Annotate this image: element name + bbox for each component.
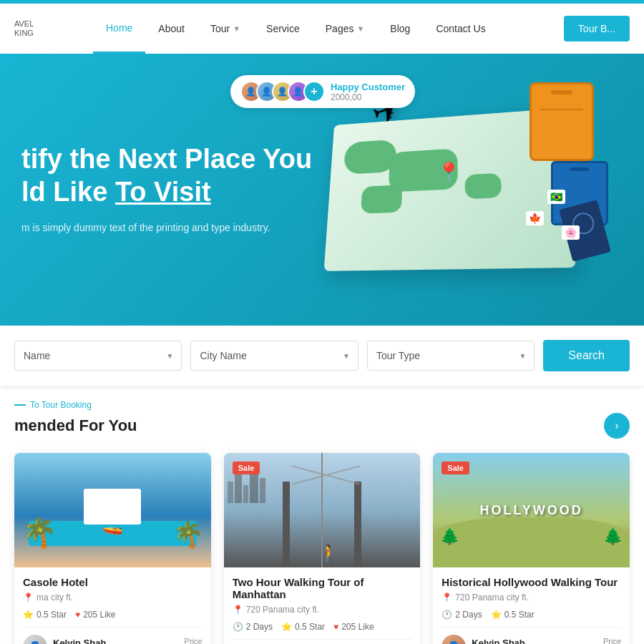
nav-item-contact[interactable]: Contact Us xyxy=(423,4,498,54)
hero-content: tify the Next Place You ld Like To Visit… xyxy=(21,143,322,236)
logo-line1: AVEL xyxy=(14,19,72,29)
star-3-icon: ⭐ xyxy=(491,610,502,620)
star-icon: ⭐ xyxy=(23,610,34,620)
heart-icon: ♥ xyxy=(75,610,80,620)
logo: AVEL KING xyxy=(14,19,72,38)
map-land-4 xyxy=(465,173,502,200)
suitcase-blue-handle xyxy=(570,167,589,171)
boat-icon: 🚤 xyxy=(102,515,123,535)
card-2-meta: 🕐 2 Days ⭐ 0.5 Star ♥ 205 Like xyxy=(233,622,412,632)
location-pin-icon: 📍 xyxy=(23,592,34,602)
carousel-next-button[interactable]: › xyxy=(604,413,630,439)
nav-item-home[interactable]: Home xyxy=(93,4,145,54)
hero-illustration: ✈ 📍 🇧🇷 🍁 🌸 xyxy=(301,75,601,304)
nav-item-service[interactable]: Service xyxy=(253,4,313,54)
hero-description: m is simply dummy text of the printing a… xyxy=(21,220,322,235)
map-land-3 xyxy=(361,185,402,213)
heart-2-icon: ♥ xyxy=(333,622,338,632)
tour-type-select[interactable]: Tour Type xyxy=(367,341,535,371)
name-select-wrap: Name xyxy=(14,341,182,371)
card-1-guide: 👤 Kelvin Shah Travel Guidence xyxy=(23,635,110,644)
card-2-title: Two Hour Walking Tour of Manhattan xyxy=(233,576,412,600)
map-pin-icon: 📍 xyxy=(436,161,462,185)
person-silhouette: 🚶 xyxy=(318,544,340,564)
nav-item-tour[interactable]: Tour ▼ xyxy=(197,4,253,54)
building-1 xyxy=(228,482,233,503)
section-title-row: mended For You › xyxy=(14,413,630,439)
suitcase-orange xyxy=(530,82,594,161)
hero-title-line1: tify the Next Place You xyxy=(21,144,312,174)
building-3 xyxy=(243,485,248,503)
guide-3-info: Kelvin Shah Travel Guidence xyxy=(472,638,529,645)
card-3-footer: 👤 Kelvin Shah Travel Guidence Price $ xyxy=(441,627,621,644)
card-1-meta: ⭐ 0.5 Star ♥ 205 Like xyxy=(23,610,203,620)
guide-1-name: Kelvin Shah xyxy=(53,638,110,645)
location-pin-3-icon: 📍 xyxy=(441,592,452,602)
card-3: HOLLYWOOD 🌲 🌲 Sale Historical Hollywood … xyxy=(433,453,630,644)
tour-arrow-icon: ▼ xyxy=(233,24,240,33)
palm-left-icon: 🌴 xyxy=(21,516,57,550)
card-1-title: Casole Hotel xyxy=(23,576,203,588)
card-1-price-label: Price xyxy=(157,637,203,645)
card-3-image: HOLLYWOOD 🌲 🌲 Sale xyxy=(433,453,630,567)
search-section: Name City Name Tour Type Search xyxy=(0,326,644,386)
tour-type-select-wrap: Tour Type xyxy=(367,341,535,371)
building-2 xyxy=(235,471,242,503)
card-2-body: Two Hour Walking Tour of Manhattan 📍 720… xyxy=(224,567,421,644)
flag-sticker-1: 🇧🇷 xyxy=(547,190,565,204)
guide-1-avatar: 👤 xyxy=(23,635,47,644)
card-2-days: 🕐 2 Days xyxy=(233,622,273,632)
building-5 xyxy=(260,478,265,503)
card-1-footer: 👤 Kelvin Shah Travel Guidence Price $150… xyxy=(23,627,203,644)
card-2-rating: ⭐ 0.5 Star xyxy=(281,622,325,632)
card-3-days: 🕐 2 Days xyxy=(441,610,482,620)
card-1-body: Casole Hotel 📍 ma city fl. ⭐ 0.5 Star ♥ … xyxy=(14,567,211,644)
card-1-location: 📍 ma city fl. xyxy=(23,592,203,602)
card-2-sale-badge: Sale xyxy=(233,462,260,474)
happy-customer-title: Happy Customer xyxy=(331,82,405,92)
hollywood-sign-text: HOLLYWOOD xyxy=(480,503,583,518)
resort-scene: 🌴 🌴 🚤 xyxy=(14,453,211,567)
nav-item-about[interactable]: About xyxy=(145,4,197,54)
avatar-plus: + xyxy=(303,81,325,102)
card-1-image: 🌴 🌴 🚤 xyxy=(14,453,211,567)
nav-item-pages[interactable]: Pages ▼ xyxy=(313,4,378,54)
card-3-rating: ⭐ 0.5 Star xyxy=(491,610,535,620)
card-3-guide: 👤 Kelvin Shah Travel Guidence xyxy=(441,635,529,644)
pages-arrow-icon: ▼ xyxy=(356,24,364,33)
main-nav: Home About Tour ▼ Service Pages ▼ Blog C… xyxy=(93,4,564,54)
search-button[interactable]: Search xyxy=(543,340,630,371)
location-pin-2-icon: 📍 xyxy=(233,605,243,615)
guide-3-avatar: 👤 xyxy=(441,635,466,644)
guide-1-info: Kelvin Shah Travel Guidence xyxy=(53,638,110,645)
card-3-title: Historical Hollywood Walking Tour xyxy=(441,576,621,588)
logo-line2: KING xyxy=(14,29,72,38)
hollywood-hill xyxy=(433,517,630,567)
card-2-footer: 👤 Kelvin Shah Travel Guidence Price $150… xyxy=(233,639,412,644)
card-1-rating: ⭐ 0.5 Star xyxy=(23,610,67,620)
city-select[interactable]: City Name xyxy=(190,341,358,371)
tour-booking-button[interactable]: Tour B... xyxy=(564,16,630,42)
tree-1-icon: 🌲 xyxy=(440,527,459,546)
happy-customer-count: 2000,00 xyxy=(331,92,405,102)
card-3-sale-badge: Sale xyxy=(441,462,469,474)
hero-section: tify the Next Place You ld Like To Visit… xyxy=(0,54,644,326)
flag-sticker-3: 🌸 xyxy=(562,225,580,240)
card-2-location: 📍 720 Panama city fl. xyxy=(233,605,412,615)
card-1-price: Price $150.000 xyxy=(157,637,203,645)
card-1: 🌴 🌴 🚤 Casole Hotel 📍 ma city fl. ⭐ 0.5 S… xyxy=(14,453,211,644)
clock-icon: 🕐 xyxy=(233,622,243,632)
flag-sticker-2: 🍁 xyxy=(526,211,544,225)
city-select-wrap: City Name xyxy=(190,341,358,371)
card-2: 🚶 Sale Two Hour Walking To xyxy=(224,453,421,644)
star-2-icon: ⭐ xyxy=(281,622,292,632)
search-row: Name City Name Tour Type Search xyxy=(14,340,630,371)
name-select[interactable]: Name xyxy=(14,341,182,371)
section-label: To Tour Booking xyxy=(14,400,630,410)
tree-2-icon: 🌲 xyxy=(603,527,623,546)
hero-title: tify the Next Place You ld Like To Visit xyxy=(21,143,322,208)
suitcase-handle xyxy=(551,90,572,94)
nav-item-blog[interactable]: Blog xyxy=(377,4,423,54)
cards-row: 🌴 🌴 🚤 Casole Hotel 📍 ma city fl. ⭐ 0.5 S… xyxy=(14,453,630,644)
palm-right-icon: 🌴 xyxy=(172,520,204,550)
